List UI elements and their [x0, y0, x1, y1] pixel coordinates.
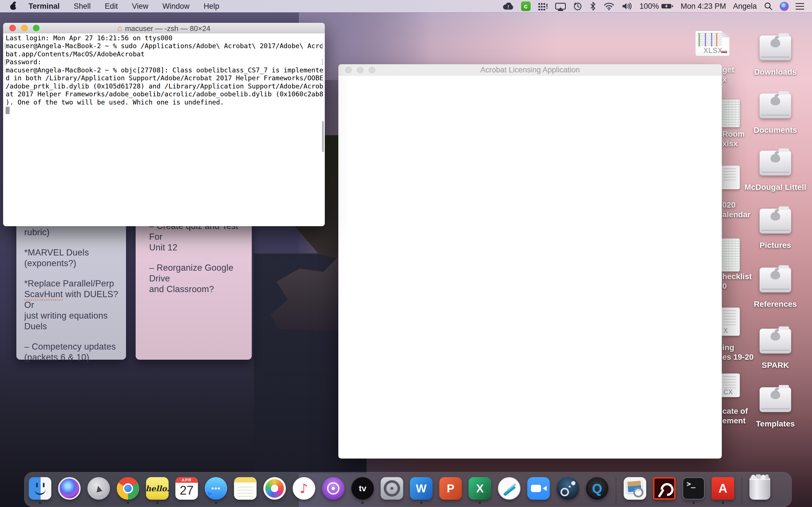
folder-label: Pictures — [742, 241, 809, 250]
user-menu[interactable]: Angela — [733, 2, 757, 11]
partial-icon-label: Room — [722, 129, 745, 138]
dock-notes[interactable] — [234, 477, 257, 500]
green-c-app-icon[interactable]: c — [521, 1, 530, 11]
dock[interactable]: ▲hello.APR27•••♪tvWPXQ>_A — [24, 472, 792, 507]
menu-help[interactable]: Help — [197, 2, 226, 11]
notification-list-icon[interactable] — [796, 3, 804, 10]
spellcheck-underlined-word: ScavHunt — [24, 289, 63, 300]
dock-trash[interactable] — [749, 477, 772, 500]
terminal-window[interactable]: ⌂macuser — -zsh — 80×24 Last login: Mon … — [3, 23, 325, 226]
partial-file-icon[interactable]: X — [722, 307, 740, 336]
tv-glyph: tv — [359, 484, 366, 493]
acrobat-titlebar[interactable]: Acrobat Licensing Application — [338, 64, 722, 75]
desktop-folder-references[interactable]: References — [742, 263, 809, 309]
battery-status[interactable]: 100% — [640, 2, 673, 11]
desktop-folder-mcdougal-littell[interactable]: McDougal Littell — [742, 146, 809, 192]
desktop-folder-spark[interactable]: SPARK — [742, 324, 809, 370]
launchpad-glyph: ▲ — [93, 482, 105, 495]
dock-acrobat[interactable] — [653, 477, 675, 500]
cloud-alert-icon[interactable]: ! — [502, 2, 514, 10]
sync-grid-alert-icon[interactable]: ! — [538, 2, 548, 11]
dock-stickies[interactable]: hello. — [146, 477, 168, 500]
partial-file-icon[interactable] — [722, 238, 740, 272]
partial-file-icon[interactable] — [722, 99, 740, 127]
partial-icon-label: xlsx — [722, 139, 738, 148]
apple-menu-icon[interactable] — [10, 2, 17, 11]
bluetooth-icon[interactable] — [590, 1, 596, 11]
sticky-note-right[interactable]: – Create quiz and Test ForUnit 12– Reorg… — [136, 220, 252, 360]
spotlight-search-icon[interactable] — [764, 2, 773, 11]
dock-quicktime[interactable]: Q — [586, 477, 608, 500]
terminal-body[interactable]: Last login: Mon Apr 27 16:21:56 on ttys0… — [3, 33, 325, 226]
xlsx-file-icon[interactable]: XLSX — [696, 31, 729, 56]
desktop-folder-pictures[interactable]: Pictures — [742, 204, 809, 250]
dock-word[interactable]: W — [410, 477, 433, 500]
note-line: ScavHunt with DUELS? Or — [24, 289, 121, 311]
acrobat-licensing-window[interactable]: Acrobat Licensing Application — [338, 64, 722, 459]
dock-steam[interactable] — [557, 477, 579, 500]
folder-label: Downloads — [742, 68, 809, 76]
dock-excel[interactable]: X — [469, 477, 491, 500]
dock-scansnap[interactable] — [498, 477, 520, 500]
dock-music[interactable]: ♪ — [293, 477, 315, 500]
home-folder-icon: ⌂ — [117, 24, 123, 33]
airplay-display-icon[interactable] — [555, 3, 566, 10]
page-fold — [722, 31, 729, 38]
dock-podcasts[interactable] — [322, 477, 345, 500]
desktop-folder-documents[interactable]: Documents — [742, 89, 809, 135]
adobered-glyph: A — [718, 482, 727, 495]
terminal-line: Password: — [6, 58, 325, 66]
menu-terminal[interactable]: Terminal — [21, 2, 67, 11]
menu-edit[interactable]: Edit — [98, 2, 125, 11]
desktop-folder-templates[interactable]: Templates — [742, 383, 809, 429]
sticky-note-left[interactable]: rubric)*MARVEL Duels(exponents?)*Replace… — [16, 220, 126, 360]
photos-icon — [263, 477, 286, 500]
menu-shell[interactable]: Shell — [67, 2, 98, 11]
trash-icon — [749, 477, 770, 500]
preview-icon — [624, 477, 646, 500]
menu-view[interactable]: View — [125, 2, 155, 11]
menu-clock[interactable]: Mon 4:23 PM — [680, 2, 726, 11]
chrome-icon — [117, 477, 139, 500]
wifi-icon[interactable] — [603, 2, 615, 10]
dock-chrome[interactable] — [117, 477, 139, 500]
time-machine-icon[interactable] — [573, 1, 582, 11]
volume-icon[interactable] — [622, 2, 632, 10]
terminal-line: macuser@Angela-MacBook-2 ~ % sudo /Appli… — [6, 42, 325, 50]
dock-launchpad[interactable]: ▲ — [87, 477, 110, 500]
alert-bang: ! — [546, 2, 548, 11]
folder-label: SPARK — [742, 361, 809, 370]
powerpoint-icon: P — [439, 477, 462, 500]
dock-powerpoint[interactable]: P — [439, 477, 462, 500]
partial-file-icon[interactable] — [722, 166, 740, 189]
dock-sysprefs[interactable] — [380, 477, 403, 500]
dock-adobered[interactable]: A — [712, 477, 734, 500]
dock-terminalapp[interactable]: >_ — [682, 477, 705, 500]
dock-preview[interactable] — [624, 477, 646, 500]
dock-siri[interactable] — [58, 477, 81, 500]
dock-finder[interactable] — [29, 477, 51, 500]
battery-percent: 100% — [640, 2, 659, 11]
dock-photos[interactable] — [263, 477, 286, 500]
partial-icon-label: 020 — [722, 201, 735, 210]
siri-icon[interactable] — [780, 2, 789, 11]
podcasts-icon — [322, 477, 345, 500]
terminal-window-title: ⌂macuser — -zsh — 80×24 — [3, 24, 325, 33]
calendar-month: APR — [175, 477, 198, 483]
terminal-scrollbar[interactable] — [322, 121, 324, 152]
dock-messages[interactable]: ••• — [205, 477, 227, 500]
calendar-icon: APR27 — [175, 477, 198, 500]
music-icon: ♪ — [293, 477, 315, 500]
finder-icon — [29, 477, 51, 500]
notes-icon — [234, 477, 257, 500]
partial-file-icon[interactable]: CX — [722, 374, 740, 397]
dock-zoomapp[interactable] — [527, 477, 550, 500]
folder-icon — [760, 94, 791, 118]
quicktime-glyph: Q — [592, 482, 602, 495]
menu-window[interactable]: Window — [155, 2, 197, 11]
dock-calendar[interactable]: APR27 — [175, 477, 198, 500]
dock-tv[interactable]: tv — [351, 477, 374, 500]
terminal-titlebar[interactable]: ⌂macuser — -zsh — 80×24 — [3, 23, 325, 33]
note-line: *MARVEL Duels — [24, 247, 121, 258]
desktop-folder-downloads[interactable]: Downloads — [742, 31, 809, 76]
